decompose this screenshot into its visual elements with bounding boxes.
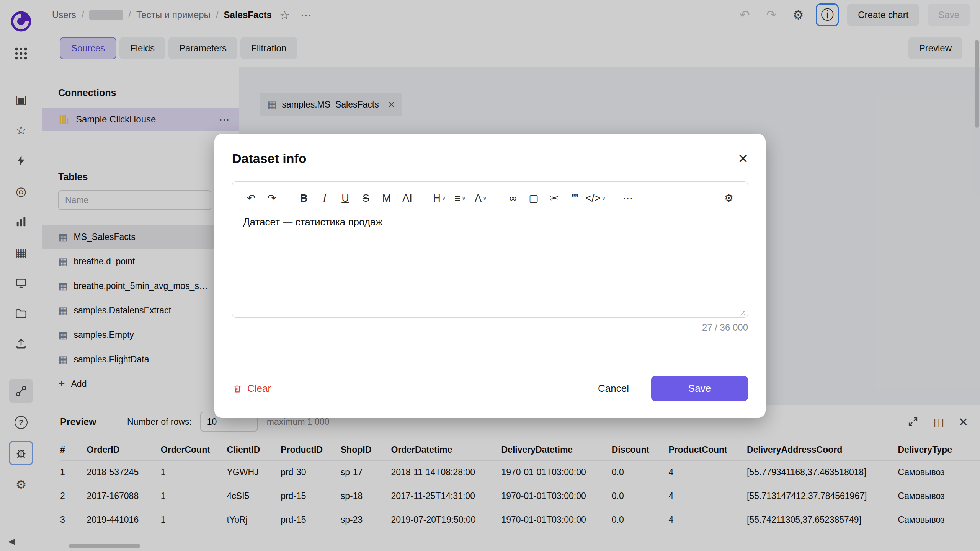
app-root: ▣ ☆ ◎ ▦ ? ⚙ ◀ Users: [0, 0, 980, 551]
dataset-info-modal: Dataset info × ↶ ↷ B I U S M AI H ∨ ≡ ∨: [214, 134, 766, 418]
editor-undo-icon[interactable]: ↶: [241, 188, 261, 209]
editor-redo-icon[interactable]: ↷: [261, 188, 282, 209]
code-glyph: </>: [585, 192, 600, 204]
note-icon[interactable]: ▢: [523, 188, 544, 209]
chevron-down-icon: ∨: [602, 195, 606, 202]
cut-icon[interactable]: ✂: [544, 188, 565, 209]
strikethrough-icon[interactable]: S: [356, 188, 376, 209]
quote-icon[interactable]: ””: [565, 188, 585, 209]
code-menu-icon[interactable]: </> ∨: [585, 188, 606, 209]
italic-icon[interactable]: I: [314, 188, 335, 209]
toolbar-more-icon[interactable]: ⋯: [617, 188, 638, 209]
list-menu-icon[interactable]: ≡ ∨: [450, 188, 470, 209]
character-counter: 27 / 36 000: [232, 322, 748, 333]
resize-handle[interactable]: [738, 308, 745, 315]
marker-icon[interactable]: M: [376, 188, 397, 209]
link-icon[interactable]: ∞: [503, 188, 523, 209]
clear-label: Clear: [247, 383, 271, 395]
underline-icon[interactable]: U: [335, 188, 356, 209]
description-editor: ↶ ↷ B I U S M AI H ∨ ≡ ∨ A ∨: [232, 181, 748, 318]
text-color-menu-icon[interactable]: A ∨: [470, 188, 491, 209]
chevron-down-icon: ∨: [442, 195, 446, 202]
modal-title: Dataset info: [232, 151, 307, 166]
editor-settings-icon[interactable]: ⚙: [719, 188, 739, 209]
modal-save-button[interactable]: Save: [651, 376, 748, 401]
editor-toolbar: ↶ ↷ B I U S M AI H ∨ ≡ ∨ A ∨: [232, 182, 748, 210]
list-glyph: ≡: [454, 192, 461, 204]
modal-header: Dataset info ×: [232, 150, 748, 167]
chevron-down-icon: ∨: [462, 195, 466, 202]
description-text[interactable]: Датасет — статистика продаж: [232, 210, 748, 234]
heading-glyph: H: [433, 192, 441, 204]
cancel-button[interactable]: Cancel: [584, 376, 643, 401]
chevron-down-icon: ∨: [483, 195, 487, 202]
heading-menu-icon[interactable]: H ∨: [429, 188, 450, 209]
font-style-icon[interactable]: AI: [397, 188, 418, 209]
modal-close-icon[interactable]: ×: [738, 150, 748, 167]
bold-icon[interactable]: B: [294, 188, 314, 209]
modal-footer: Clear Cancel Save: [232, 376, 748, 401]
color-glyph: A: [475, 192, 482, 204]
trash-icon: [232, 383, 243, 394]
clear-button[interactable]: Clear: [232, 383, 271, 395]
